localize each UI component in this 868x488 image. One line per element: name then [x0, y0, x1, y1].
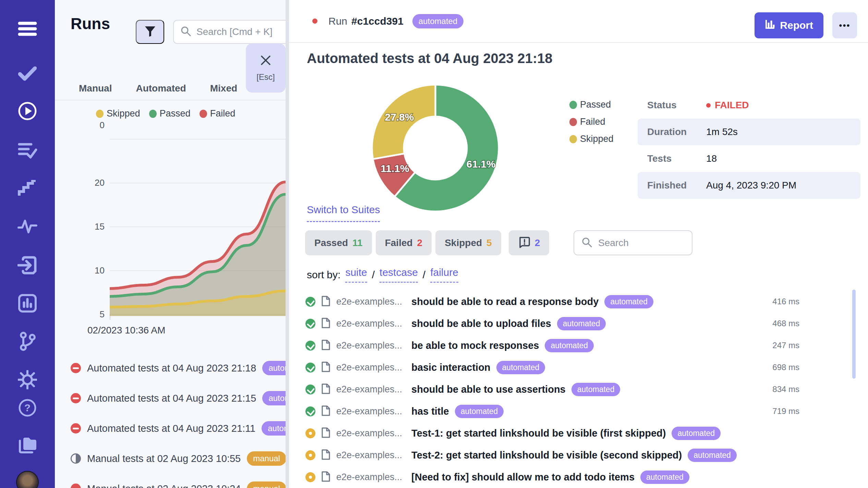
test-status-icon	[305, 406, 315, 416]
test-row[interactable]: e2e-examples... be able to mock response…	[289, 334, 868, 356]
run-label: Run	[328, 15, 347, 27]
test-plans-icon[interactable]	[17, 140, 38, 160]
run-list-item[interactable]: Manual tests at 02 Aug 2023 10:24 manual	[55, 474, 286, 488]
test-name: should be able to upload files	[411, 318, 551, 329]
tests-search[interactable]	[574, 230, 692, 255]
test-row[interactable]: e2e-examples... should be able to read a…	[289, 291, 868, 313]
file-icon	[321, 383, 330, 396]
file-icon	[321, 427, 330, 440]
sign-in-icon[interactable]	[17, 255, 38, 276]
run-list-item[interactable]: Manual tests at 02 Aug 2023 10:55 manual	[55, 443, 286, 474]
run-failed-dot-icon	[312, 19, 317, 24]
branch-icon[interactable]	[17, 331, 38, 352]
result-filter-chip[interactable]: Skipped 5	[435, 230, 501, 255]
sort-option: failure /	[430, 267, 458, 283]
filter-button[interactable]	[136, 20, 164, 44]
run-type-badge: manual	[247, 481, 286, 488]
test-duration: 416 ms	[772, 297, 799, 306]
steps-icon[interactable]	[17, 178, 38, 199]
donut-failed-label: 11.1%	[381, 163, 409, 174]
settings-gear-icon[interactable]	[17, 369, 38, 390]
run-status-icon	[71, 393, 81, 403]
projects-folder-icon[interactable]	[17, 435, 38, 455]
runs-tab[interactable]: Manual	[79, 83, 112, 94]
legend-item: Skipped	[569, 134, 614, 144]
run-list-item[interactable]: Automated tests at 04 Aug 2023 21:18 aut…	[55, 353, 286, 383]
legend-dot-icon	[569, 135, 577, 143]
run-status-icon	[71, 363, 81, 373]
more-options-button[interactable]: •••	[832, 12, 857, 38]
test-name: [Need to fix] should allow me to add tod…	[411, 472, 635, 483]
test-row[interactable]: e2e-examples... should be able to use as…	[289, 378, 868, 400]
test-name: basic interaction	[411, 362, 490, 373]
run-list-item[interactable]: Automated tests at 04 Aug 2023 21:15 aut…	[55, 383, 286, 413]
y-tick-label: 5	[82, 309, 105, 319]
test-name: be able to mock responses	[411, 340, 539, 351]
user-avatar[interactable]	[16, 471, 39, 488]
test-name: should be able to use assertions	[411, 384, 566, 395]
summary-row: Status FAILED	[638, 92, 860, 119]
file-icon	[321, 317, 330, 330]
legend-dot-icon	[569, 118, 577, 126]
comments-filter-chip[interactable]: 2	[509, 230, 550, 255]
test-status-icon	[305, 297, 315, 307]
test-status-icon	[305, 428, 315, 438]
legend-dot-icon	[149, 110, 157, 118]
test-suite-label: e2e-examples...	[336, 406, 402, 417]
summary-value: 1m 52s	[706, 126, 738, 137]
test-duration: 247 ms	[772, 341, 799, 350]
close-overlay-button[interactable]: [Esc]	[246, 44, 286, 93]
report-button[interactable]: Report	[755, 12, 823, 38]
run-list-item[interactable]: Automated tests at 04 Aug 2023 21:11 aut…	[55, 413, 286, 443]
file-icon	[321, 295, 330, 308]
run-status-icon	[71, 453, 81, 464]
help-icon[interactable]: ?	[17, 398, 38, 418]
y-tick-label: 0	[82, 120, 105, 130]
run-title: Automated tests at 04 Aug 2023 21:18	[307, 51, 553, 66]
result-filter-chip[interactable]: Passed 11	[305, 230, 372, 255]
pulse-activity-icon[interactable]	[17, 216, 38, 236]
tests-search-input[interactable]	[598, 237, 677, 248]
result-filter-chip[interactable]: Failed 2	[376, 230, 432, 255]
runs-search-input[interactable]	[196, 26, 286, 37]
donut-legend: Passed Failed Skipped	[569, 99, 614, 144]
file-icon	[321, 471, 330, 484]
runs-list: Automated tests at 04 Aug 2023 21:18 aut…	[55, 353, 286, 488]
test-row[interactable]: e2e-examples... [Need to fix] should all…	[289, 466, 868, 488]
file-icon	[321, 339, 330, 352]
sort-option-link[interactable]: testcase	[379, 267, 418, 283]
test-suite-label: e2e-examples...	[336, 340, 402, 351]
legend-item: Passed	[569, 99, 614, 110]
runs-trend-chart: 20151050 02/2023 10:36 AM	[55, 120, 286, 339]
legend-dot-icon	[96, 110, 104, 118]
run-type-badge: automated	[262, 421, 286, 436]
runs-play-icon[interactable]	[17, 101, 38, 121]
run-type-badge: automated	[262, 361, 286, 375]
run-status-icon	[71, 484, 81, 488]
scrollbar-thumb[interactable]	[852, 290, 856, 379]
test-name: Test-2: get started linkshould be visibl…	[411, 450, 682, 461]
legend-item: Skipped	[96, 108, 140, 119]
test-type-badge: automated	[496, 361, 545, 374]
switch-to-suites-link[interactable]: Switch to Suites	[307, 204, 380, 222]
test-row[interactable]: e2e-examples... basic interaction automa…	[289, 356, 868, 378]
sort-option-link[interactable]: suite	[345, 267, 367, 283]
svg-text:?: ?	[24, 402, 31, 413]
sort-option-link[interactable]: failure	[430, 267, 458, 283]
file-icon	[321, 361, 330, 374]
test-row[interactable]: e2e-examples... Test-2: get started link…	[289, 444, 868, 466]
menu-icon[interactable]	[17, 19, 38, 39]
sort-option: testcase /	[379, 267, 425, 283]
runs-tab[interactable]: Automated	[136, 83, 186, 94]
legend-dot-icon	[569, 101, 577, 109]
test-row[interactable]: e2e-examples... has title automated 719 …	[289, 400, 868, 422]
test-type-badge: automated	[604, 295, 653, 308]
analytics-icon[interactable]	[17, 293, 38, 314]
test-row[interactable]: e2e-examples... should be able to upload…	[289, 313, 868, 334]
test-row[interactable]: e2e-examples... Test-1: get started link…	[289, 422, 868, 444]
tests-check-icon[interactable]	[17, 63, 38, 84]
test-suite-label: e2e-examples...	[336, 428, 402, 439]
runs-tab[interactable]: Mixed	[210, 83, 237, 94]
runs-search[interactable]	[173, 20, 286, 44]
test-name: Test-1: get started linkshould be visibl…	[411, 428, 666, 439]
